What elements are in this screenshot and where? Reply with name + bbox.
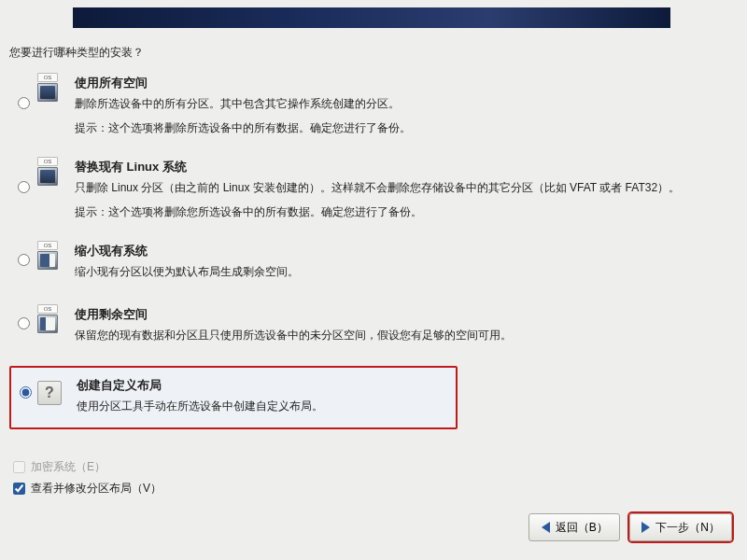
- wizard-button-bar: 返回（B） 下一步（N）: [529, 513, 732, 541]
- option-custom-layout[interactable]: ? 创建自定义布局 使用分区工具手动在所选设备中创建自定义布局。: [9, 366, 458, 429]
- arrow-left-icon: [542, 522, 550, 533]
- disk-icon: OS: [32, 75, 63, 106]
- option-desc: 保留您的现有数据和分区且只使用所选设备中的未分区空间，假设您有足够的空间可用。: [75, 327, 732, 343]
- review-layout-checkbox[interactable]: [13, 483, 25, 495]
- option-use-all-space[interactable]: OS 使用所有空间 删除所选设备中的所有分区。其中包含其它操作系统创建的分区。 …: [9, 71, 738, 142]
- arrow-right-icon: [641, 522, 650, 533]
- bottom-checkbox-area: 加密系统（E） 查看并修改分区布局（V）: [13, 459, 162, 502]
- encrypt-system-row: 加密系统（E）: [13, 459, 162, 475]
- option-hint: 提示：这个选项将删除所选设备中的所有数据。确定您进行了备份。: [75, 119, 732, 136]
- question-icon: ?: [34, 377, 65, 405]
- radio-use-all-space[interactable]: [18, 97, 30, 109]
- option-shrink[interactable]: OS 缩小现有系统 缩小现有分区以便为默认布局生成剩余空间。: [9, 239, 738, 289]
- option-desc: 删除所选设备中的所有分区。其中包含其它操作系统创建的分区。: [75, 95, 732, 112]
- option-title: 使用所有空间: [75, 75, 732, 91]
- option-use-free-space[interactable]: OS 使用剩余空间 保留您的现有数据和分区且只使用所选设备中的未分区空间，假设您…: [9, 302, 738, 353]
- back-button[interactable]: 返回（B）: [529, 513, 620, 541]
- review-layout-row[interactable]: 查看并修改分区布局（V）: [13, 481, 162, 497]
- disk-icon: OS: [32, 159, 63, 190]
- radio-replace-linux[interactable]: [18, 181, 30, 193]
- header-band: [73, 7, 670, 28]
- review-layout-label: 查看并修改分区布局（V）: [31, 481, 162, 497]
- back-button-label: 返回（B）: [556, 520, 608, 536]
- install-type-question: 您要进行哪种类型的安装？: [9, 45, 144, 61]
- option-title: 创建自定义布局: [77, 377, 450, 394]
- option-desc: 使用分区工具手动在所选设备中创建自定义布局。: [77, 398, 450, 414]
- next-button[interactable]: 下一步（N）: [629, 513, 732, 541]
- encrypt-system-checkbox: [13, 461, 25, 473]
- option-desc: 只删除 Linux 分区（由之前的 Linux 安装创建的）。这样就不会删除您存…: [75, 179, 732, 196]
- radio-use-free-space[interactable]: [18, 317, 30, 329]
- radio-custom-layout[interactable]: [20, 386, 32, 399]
- next-button-label: 下一步（N）: [655, 520, 720, 536]
- option-hint: 提示：这个选项将删除您所选设备中的所有数据。确定您进行了备份。: [75, 203, 732, 220]
- radio-shrink[interactable]: [18, 254, 30, 266]
- option-title: 替换现有 Linux 系统: [75, 159, 732, 175]
- install-type-options: OS 使用所有空间 删除所选设备中的所有分区。其中包含其它操作系统创建的分区。 …: [9, 71, 738, 429]
- option-title: 缩小现有系统: [75, 243, 732, 259]
- option-title: 使用剩余空间: [75, 306, 732, 323]
- disk-shrink-icon: OS: [32, 243, 63, 274]
- disk-free-icon: OS: [32, 306, 63, 338]
- encrypt-system-label: 加密系统（E）: [31, 459, 106, 475]
- option-desc: 缩小现有分区以便为默认布局生成剩余空间。: [75, 263, 732, 280]
- option-replace-linux[interactable]: OS 替换现有 Linux 系统 只删除 Linux 分区（由之前的 Linux…: [9, 155, 738, 226]
